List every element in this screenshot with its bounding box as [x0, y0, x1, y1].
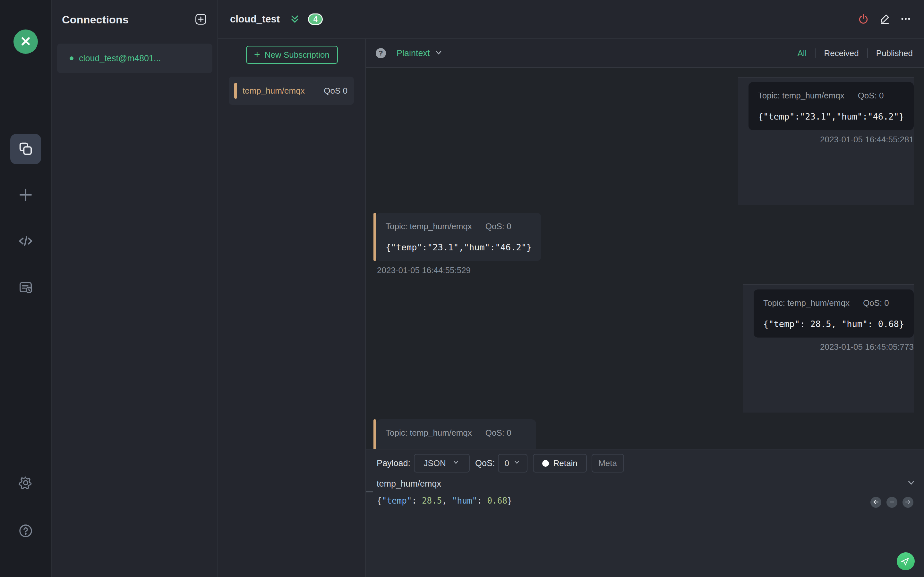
payload-history-nav: [871, 497, 913, 508]
message[interactable]: Topic: temp_hum/emqx QoS: 0 {"temp": 28.…: [373, 419, 536, 449]
payload-code: {"temp": 28.5, "hum": 0.68}: [376, 496, 512, 506]
message-list: Topic: temp_hum/emqx QoS: 0 {"temp":"23.…: [366, 68, 924, 449]
connection-title: cloud_test: [230, 13, 280, 25]
message-bubble: Topic: temp_hum/emqx QoS: 0 {"temp": 28.…: [376, 419, 536, 449]
payload-format-value: JSON: [423, 458, 446, 468]
payload-format-select[interactable]: JSON: [414, 454, 470, 472]
new-subscription-label: New Subscription: [265, 50, 330, 60]
message-topic: Topic: temp_hum/emqx: [763, 298, 850, 308]
mqttx-app: Connections cloud_test@m4801... cloud_te…: [0, 0, 924, 577]
connection-item[interactable]: cloud_test@m4801...: [57, 44, 212, 73]
nav-connections-button[interactable]: [10, 134, 41, 164]
plus-icon: [18, 187, 34, 204]
message-timestamp: 2023-01-05 16:45:05:773: [820, 342, 914, 352]
message-timestamp: 2023-01-05 16:44:55:281: [820, 135, 914, 145]
send-button[interactable]: [897, 552, 915, 570]
qos-select[interactable]: 0: [498, 454, 527, 472]
message[interactable]: Topic: temp_hum/emqx QoS: 0 {"temp": 28.…: [743, 284, 914, 413]
nav-script-button[interactable]: [10, 226, 41, 256]
nav-log-button[interactable]: [10, 272, 41, 303]
message-filter-tabs: All Received Published: [797, 48, 913, 58]
power-icon: [857, 13, 869, 26]
tab-all[interactable]: All: [797, 48, 806, 58]
message-payload: {"temp": 28.5, "hum": 0.68}: [763, 319, 904, 329]
more-options-button[interactable]: [900, 13, 912, 26]
tab-published[interactable]: Published: [876, 48, 913, 58]
message-qos: QoS: 0: [485, 221, 511, 231]
message-accent-bar: [373, 419, 376, 449]
message-timestamp: 2023-01-05 16:44:55:529: [377, 266, 471, 276]
message-format-select[interactable]: Plaintext: [397, 48, 443, 59]
gear-icon: [18, 475, 33, 491]
new-subscription-button[interactable]: + New Subscription: [246, 46, 338, 64]
settings-button[interactable]: [10, 468, 41, 498]
connection-header: cloud_test 4: [218, 0, 924, 39]
edit-connection-button[interactable]: [879, 13, 891, 26]
chevron-down-icon: [434, 48, 443, 59]
left-rail: [0, 0, 52, 577]
chevron-down-icon: [452, 458, 460, 469]
meta-button[interactable]: Meta: [591, 454, 624, 472]
log-icon: [18, 280, 33, 295]
message-bubble: Topic: temp_hum/emqx QoS: 0 {"temp":"23.…: [376, 213, 541, 261]
message-topic: Topic: temp_hum/emqx: [386, 428, 472, 438]
arrow-right-icon: [905, 498, 911, 506]
editor-collapse-chevron-icon[interactable]: [906, 478, 916, 489]
publish-controls: Payload: JSON QoS: 0: [376, 454, 924, 472]
connection-name: cloud_test@m4801...: [79, 53, 161, 63]
prev-payload-button[interactable]: [871, 497, 881, 508]
message[interactable]: Topic: temp_hum/emqx QoS: 0 {"temp":"23.…: [738, 77, 914, 205]
paper-plane-icon: [901, 556, 911, 567]
message-qos: QoS: 0: [858, 91, 884, 101]
help-icon: [18, 524, 33, 539]
main-area: cloud_test 4: [218, 0, 924, 577]
qos-value: 0: [504, 458, 509, 468]
square-plus-icon: [195, 13, 207, 26]
subscription-count-badge: 4: [308, 13, 323, 25]
next-payload-button[interactable]: [903, 497, 913, 508]
retain-dot-icon: [542, 460, 549, 467]
publish-panel: Payload: JSON QoS: 0: [366, 449, 924, 577]
payload-format-help-icon[interactable]: ?: [376, 48, 386, 58]
connections-header: Connections: [52, 0, 218, 39]
plus-icon: +: [254, 49, 260, 60]
tab-divider: [867, 48, 868, 58]
message-qos: QoS: 0: [863, 298, 889, 308]
connections-icon: [18, 141, 33, 157]
message[interactable]: Topic: temp_hum/emqx QoS: 0 {"temp":"23.…: [373, 213, 541, 276]
rail-bottom: [10, 468, 41, 546]
connections-panel: Connections cloud_test@m4801...: [52, 0, 218, 577]
content-area: + New Subscription temp_hum/emqx QoS 0 ?…: [218, 39, 924, 577]
disconnect-button[interactable]: [857, 13, 869, 26]
message-bubble: Topic: temp_hum/emqx QoS: 0 {"temp": 28.…: [754, 290, 914, 338]
message-payload: {"temp":"23.1","hum":"46.2"}: [386, 242, 531, 252]
add-connection-button[interactable]: [195, 13, 207, 26]
ellipsis-icon: [900, 13, 912, 26]
subscription-topic: temp_hum/emqx: [242, 86, 305, 96]
remove-payload-button[interactable]: [887, 497, 897, 508]
retain-toggle[interactable]: Retain: [533, 454, 587, 472]
subscription-item[interactable]: temp_hum/emqx QoS 0: [229, 77, 354, 105]
messages-toolbar: ? Plaintext All Received: [366, 39, 924, 68]
subscription-qos: QoS 0: [324, 86, 347, 96]
payload-editor[interactable]: {"temp": 28.5, "hum": 0.68}: [376, 496, 924, 506]
message-topic: Topic: temp_hum/emqx: [758, 91, 845, 101]
retain-label: Retain: [553, 458, 577, 468]
meta-label: Meta: [598, 458, 617, 468]
new-connection-button[interactable]: [10, 180, 41, 210]
payload-format-label: Payload:: [376, 458, 410, 468]
topic-input[interactable]: temp_hum/emqx: [376, 478, 924, 489]
message-accent-bar: [373, 213, 376, 261]
qos-label: QoS:: [475, 458, 495, 468]
collapse-panel-chevrons-icon[interactable]: [289, 13, 300, 25]
mqttx-logo-icon: [13, 29, 38, 54]
help-button[interactable]: [10, 516, 41, 546]
code-icon: [18, 234, 33, 250]
messages-column: ? Plaintext All Received: [366, 39, 924, 577]
tab-received[interactable]: Received: [824, 48, 859, 58]
minus-icon: [888, 498, 895, 506]
editor-fold-marker: [366, 492, 373, 492]
message-payload: {"temp":"23.1","hum":"46.2"}: [758, 111, 904, 121]
connections-title: Connections: [62, 13, 195, 26]
tab-divider: [815, 48, 816, 58]
